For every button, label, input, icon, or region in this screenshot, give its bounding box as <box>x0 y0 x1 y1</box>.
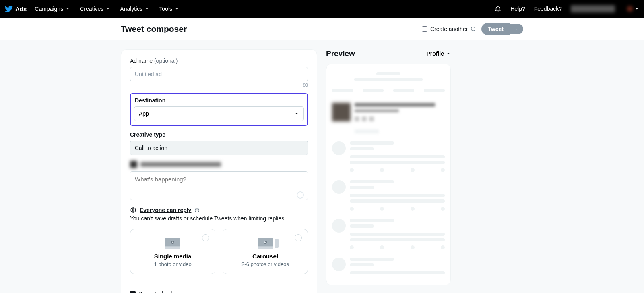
logo[interactable]: Ads <box>5 5 27 13</box>
creative-type-group: Creative type Call to action <box>130 131 308 155</box>
media-option-single[interactable]: Single media 1 photo or video <box>130 229 215 274</box>
tweet-textarea[interactable] <box>130 171 308 200</box>
chevron-down-icon <box>105 6 110 11</box>
nav-right: Help? Feedback? <box>494 5 639 12</box>
page-body: Ad name (optional) 80 Destination App Cr… <box>121 40 523 293</box>
ad-name-label: Ad name (optional) <box>130 58 308 64</box>
preview-card <box>326 64 451 285</box>
media-options: Single media 1 photo or video Carousel 2… <box>130 229 308 274</box>
preview-title: Preview <box>326 49 355 58</box>
tweet-text-group <box>130 171 308 202</box>
checkbox-checked-icon <box>130 291 136 293</box>
media-option-title: Single media <box>134 253 211 260</box>
feedback-link[interactable]: Feedback? <box>534 6 562 12</box>
account-name-blurred <box>571 5 615 12</box>
single-media-thumb-icon <box>165 238 180 249</box>
promoted-only-label: Promoted only <box>138 291 175 293</box>
help-link[interactable]: Help? <box>510 6 525 12</box>
preview-mode-dropdown[interactable]: Profile <box>426 50 451 57</box>
char-count-ring-icon <box>297 191 304 199</box>
ad-name-input[interactable] <box>130 67 308 81</box>
ad-name-counter: 80 <box>130 83 308 87</box>
checkbox-icon <box>422 26 427 32</box>
page-title: Tweet composer <box>121 24 187 34</box>
creative-type-field: Call to action <box>130 141 308 155</box>
info-icon[interactable] <box>194 208 200 213</box>
destination-group: Destination App <box>130 93 308 126</box>
top-nav: Ads Campaigns Creatives Analytics Tools … <box>0 0 644 18</box>
preview-header: Preview Profile <box>326 49 451 58</box>
chevron-down-icon <box>514 27 519 31</box>
nav-tools[interactable]: Tools <box>159 6 179 12</box>
tweet-button-dropdown[interactable] <box>510 24 523 34</box>
brand-text: Ads <box>15 6 27 12</box>
create-another-checkbox[interactable]: Create another <box>422 26 476 32</box>
posting-as-row <box>130 161 308 168</box>
destination-label: Destination <box>135 97 304 104</box>
nav-items: Campaigns Creatives Analytics Tools <box>35 6 179 12</box>
page-header: Tweet composer Create another Tweet <box>0 18 644 40</box>
reply-settings-row: Everyone can reply <box>130 207 308 213</box>
nav-campaigns[interactable]: Campaigns <box>35 6 70 12</box>
creative-type-label: Creative type <box>130 131 308 138</box>
info-icon[interactable] <box>471 26 476 31</box>
globe-icon <box>130 207 136 213</box>
radio-icon <box>202 234 209 241</box>
tweet-button[interactable]: Tweet <box>481 23 510 35</box>
divider <box>130 283 308 283</box>
svg-rect-14 <box>258 247 273 249</box>
media-option-sub: 1 photo or video <box>134 261 211 267</box>
chevron-down-icon <box>634 6 639 11</box>
chevron-down-icon <box>294 111 299 116</box>
chevron-down-icon <box>174 6 179 11</box>
preview-column: Preview Profile <box>326 49 451 285</box>
svg-point-6 <box>197 209 198 210</box>
chevron-down-icon <box>144 6 149 11</box>
ad-name-group: Ad name (optional) 80 <box>130 58 308 87</box>
svg-point-2 <box>473 28 474 28</box>
account-avatar-blurred[interactable] <box>624 6 639 12</box>
nav-creatives[interactable]: Creatives <box>80 6 110 12</box>
twitter-bird-icon <box>5 5 13 13</box>
chevron-down-icon <box>446 51 451 56</box>
chevron-down-icon <box>65 6 70 11</box>
carousel-thumb-icon <box>258 238 273 249</box>
create-another-label: Create another <box>430 26 468 32</box>
svg-rect-10 <box>165 247 180 249</box>
media-option-carousel[interactable]: Carousel 2-6 photos or videos <box>223 229 308 274</box>
preview-mode-value: Profile <box>426 50 444 57</box>
radio-icon <box>295 234 302 241</box>
destination-value: App <box>139 110 149 117</box>
reply-who-link[interactable]: Everyone can reply <box>140 207 191 213</box>
reply-hint: You can't save drafts or schedule Tweets… <box>130 215 308 222</box>
composer-card: Ad name (optional) 80 Destination App Cr… <box>121 49 317 293</box>
nav-analytics[interactable]: Analytics <box>120 6 149 12</box>
destination-select[interactable]: App <box>134 106 304 121</box>
notification-bell-icon[interactable] <box>494 5 502 12</box>
media-option-title: Carousel <box>227 253 303 260</box>
tweet-button-group: Tweet <box>481 23 523 35</box>
media-option-sub: 2-6 photos or videos <box>227 261 303 267</box>
promoted-only-checkbox[interactable]: Promoted only <box>130 291 308 293</box>
